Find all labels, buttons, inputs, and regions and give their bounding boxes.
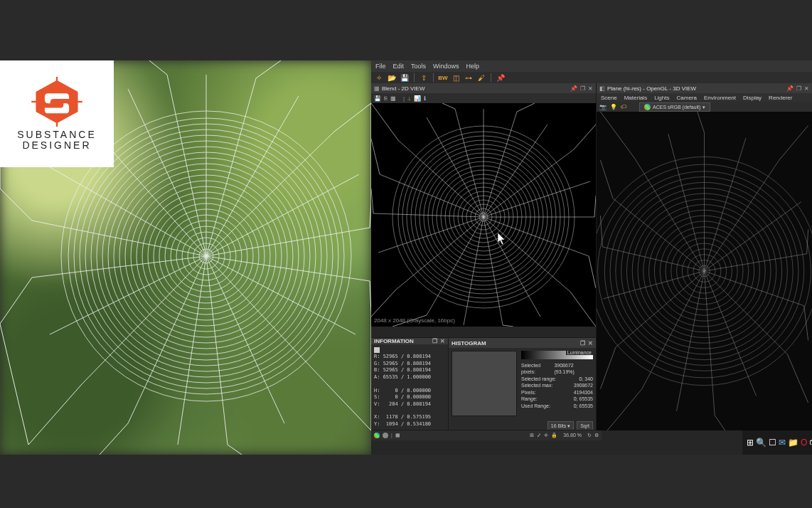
menu-tools[interactable]: Tools: [411, 63, 426, 70]
refresh-icon[interactable]: ↻: [587, 433, 592, 438]
gray-icon[interactable]: [383, 433, 388, 438]
material-icon[interactable]: 🏷: [621, 104, 626, 110]
toolbar-sep: [414, 73, 415, 82]
color-profile-label: ACES sRGB (default): [653, 103, 700, 111]
rgb-icon[interactable]: [374, 433, 380, 438]
info-row: G: 52965 / 0.808194: [374, 361, 445, 367]
open-icon[interactable]: 📂: [387, 73, 397, 83]
paint-icon[interactable]: 🖌: [476, 73, 486, 83]
svg-line-97: [705, 271, 788, 354]
panel-3d-title: Plane (hi-res) - OpenGL - 3D VIEW: [607, 85, 696, 92]
bits-dropdown[interactable]: 16 Bits ▾: [547, 421, 574, 430]
menu-help[interactable]: Help: [466, 63, 480, 70]
histogram-title: HISTOGRAM: [452, 340, 486, 346]
pin-icon[interactable]: 📌: [496, 73, 506, 83]
menu-file[interactable]: File: [375, 63, 386, 70]
histogram-graph[interactable]: [452, 351, 517, 416]
viewport-2d-footer: | ▦ ⊞ ⤢ ✛ 🔒 36.80 % ↻ ⚙: [371, 430, 602, 440]
channel-icon[interactable]: ▦: [395, 433, 400, 438]
viewport-2d[interactable]: 2048 x 2048 (Grayscale, 16bpc): [371, 103, 596, 327]
restore-icon[interactable]: ❐: [580, 340, 585, 346]
grid-icon[interactable]: ▦: [390, 95, 396, 102]
color-profile-dropdown[interactable]: ACES sRGB (default) ▾: [639, 102, 710, 112]
color-swatch: [374, 347, 380, 353]
grid-toggle-icon[interactable]: ⊞: [530, 433, 534, 438]
menu-lights[interactable]: Lights: [654, 95, 669, 101]
node-icon[interactable]: ◫: [451, 73, 461, 83]
export-icon[interactable]: ⇪: [419, 73, 429, 83]
pin-icon[interactable]: 📌: [786, 85, 794, 92]
taskbar-start[interactable]: ⊞: [747, 434, 754, 451]
menu-display[interactable]: Display: [743, 95, 762, 101]
taskbar-mail[interactable]: ✉: [779, 434, 786, 451]
histogram-icon[interactable]: 📊: [414, 95, 421, 102]
scale-dropdown[interactable]: Sqrt: [577, 421, 593, 430]
svg-line-17: [50, 167, 206, 256]
svg-line-20: [167, 75, 206, 256]
viewport-2d-info: 2048 x 2048 (Grayscale, 16bpc): [374, 317, 455, 324]
menu-renderer[interactable]: Renderer: [769, 95, 792, 101]
svg-line-60: [484, 217, 503, 325]
restore-icon[interactable]: ❐: [580, 85, 585, 92]
restore-icon[interactable]: ❐: [796, 85, 801, 92]
spiderweb-3d: [597, 112, 812, 430]
taskbar-taskview[interactable]: ☐: [769, 434, 776, 451]
stage: SUBSTANCE DESIGNER File Edit Tools Windo…: [0, 0, 812, 508]
link-icon[interactable]: ⊶: [464, 73, 474, 83]
camera-icon[interactable]: 📷: [599, 104, 607, 110]
svg-line-102: [616, 271, 705, 347]
menu-materials[interactable]: Materials: [624, 95, 647, 101]
menu-windows[interactable]: Windows: [433, 63, 459, 70]
svg-line-100: [677, 271, 705, 411]
viewport-3d[interactable]: [597, 112, 812, 430]
menu-edit[interactable]: Edit: [393, 63, 405, 70]
taskbar-opera[interactable]: O: [801, 434, 807, 451]
close-icon[interactable]: ✕: [588, 340, 593, 346]
pin-icon[interactable]: 📌: [570, 85, 577, 92]
restore-icon[interactable]: ❐: [432, 338, 437, 344]
information-header: INFORMATION ❐✕: [371, 338, 448, 344]
svg-line-95: [705, 254, 807, 271]
menu-environment[interactable]: Environment: [704, 95, 736, 101]
bw-toggle-icon[interactable]: BW: [438, 73, 448, 83]
lock-icon[interactable]: 🔒: [551, 433, 557, 438]
light-icon[interactable]: 💡: [610, 104, 617, 110]
main-toolbar: ✧ 📂 💾 ⇪ BW ◫ ⊶ 🖌 📌: [371, 72, 812, 83]
new-icon[interactable]: ✧: [374, 73, 384, 83]
close-icon[interactable]: ✕: [440, 338, 445, 344]
panel-3d-column: ◧Plane (hi-res) - OpenGL - 3D VIEW 📌 ❐ ✕…: [597, 83, 812, 430]
svg-line-53: [484, 125, 547, 217]
histogram-stat-row: Used Range:0; 65535: [521, 403, 593, 409]
menu-camera[interactable]: Camera: [677, 95, 697, 101]
panel-2d-titlebar: ▦Blend - 2D VIEW 📌 ❐ ✕: [371, 83, 596, 93]
settings-icon[interactable]: ⚙: [594, 433, 599, 438]
beauty-render-panel: SUBSTANCE DESIGNER: [0, 60, 371, 455]
luminance-gradient[interactable]: Luminance: [521, 351, 593, 359]
ruler-icon[interactable]: ⟂: [407, 95, 411, 102]
taskbar-explorer[interactable]: 📁: [788, 434, 798, 451]
substance-designer-window: File Edit Tools Windows Help ✧ 📂 💾 ⇪ BW …: [371, 60, 812, 455]
color-profile-icon: [644, 104, 651, 110]
substance-logo-text: SUBSTANCE DESIGNER: [17, 129, 97, 150]
histogram-footer: 16 Bits ▾ Sqrt: [449, 420, 596, 430]
close-icon[interactable]: ✕: [588, 85, 593, 92]
close-icon[interactable]: ✕: [804, 85, 809, 92]
save-view-icon[interactable]: 💾: [374, 95, 381, 102]
histogram-stat-row: Selected pixels:3908672 (93.19%): [521, 362, 593, 376]
svg-line-69: [455, 109, 484, 217]
crosshair-icon[interactable]: ✛: [544, 433, 548, 438]
menu-scene[interactable]: Scene: [601, 95, 617, 101]
fit-icon[interactable]: ⤢: [537, 433, 541, 438]
information-title: INFORMATION: [374, 338, 414, 344]
taskbar-search[interactable]: 🔍: [756, 434, 766, 451]
toolbar-sep: [433, 73, 434, 82]
svg-line-15: [32, 256, 206, 277]
info-row: X: 1178 / 0.575195: [374, 414, 445, 420]
taskbar-store[interactable]: 🛍: [809, 434, 812, 451]
copy-icon[interactable]: ⎘: [384, 95, 388, 102]
histogram-panel: HISTOGRAM ❐✕ Luminance Selected pixels:3…: [449, 338, 596, 430]
info-icon[interactable]: ℹ: [424, 95, 426, 102]
panel-2d-title: Blend - 2D VIEW: [382, 85, 424, 92]
save-icon[interactable]: 💾: [400, 73, 410, 83]
svg-line-103: [603, 271, 704, 299]
